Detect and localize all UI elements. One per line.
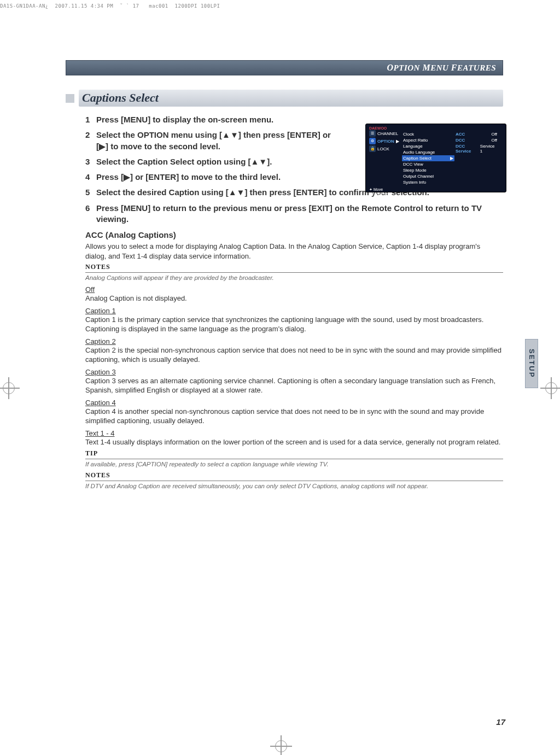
off-body: Analog Caption is not displayed. bbox=[85, 294, 503, 303]
c1-body: Caption 1 is the primary caption service… bbox=[85, 315, 503, 334]
osd-screenshot: DAEWOO ☰CHANNEL ⚙OPTION▶ 🔒LOCK Clock Asp… bbox=[365, 124, 506, 192]
step-6: 6Press [MENU] to return to the previous … bbox=[85, 203, 503, 225]
note1: Analog Captions will appear if they are … bbox=[85, 274, 503, 282]
registration-mark-icon bbox=[0, 377, 20, 399]
lock-icon: 🔒 bbox=[369, 145, 376, 152]
page-header: OPTION MENU FEATURES bbox=[66, 60, 503, 75]
text-head: Text 1 - 4 bbox=[85, 429, 503, 437]
divider bbox=[85, 459, 503, 459]
notes-label-2: NOTES bbox=[85, 471, 503, 479]
option-icon: ⚙ bbox=[369, 138, 376, 144]
divider bbox=[85, 481, 503, 481]
off-head: Off bbox=[85, 285, 503, 294]
filmstrip-meta: DA1S-GN1DAA-AN¿ 2007.11.15 4:34 PM ˘ ` 1… bbox=[0, 3, 492, 9]
registration-mark-icon bbox=[540, 377, 560, 399]
channel-icon: ☰ bbox=[369, 130, 376, 137]
tip-label: TIP bbox=[85, 449, 503, 458]
move-icon: ✦ bbox=[369, 188, 374, 191]
registration-mark-icon bbox=[270, 735, 292, 755]
notes-label: NOTES bbox=[85, 263, 503, 271]
c4-body: Caption 4 is another special non-synchro… bbox=[85, 407, 503, 426]
tip-text: If available, press [CAPTION] repeatedly… bbox=[85, 460, 503, 469]
c2-body: Caption 2 is the special non-synchronous… bbox=[85, 346, 503, 365]
section-title: Captions Select bbox=[79, 90, 503, 107]
sidebar-tab-setup: SETUP bbox=[525, 339, 538, 388]
text-body: Text 1-4 usually displays information on… bbox=[85, 437, 503, 447]
c1-head: Caption 1 bbox=[85, 307, 503, 315]
c4-head: Caption 4 bbox=[85, 399, 503, 407]
c3-body: Caption 3 serves as an alternate caption… bbox=[85, 376, 503, 395]
title-bullet-icon bbox=[66, 94, 74, 103]
menu-icon: MENU bbox=[369, 192, 382, 196]
acc-heading: ACC (Analog Captions) bbox=[85, 230, 503, 239]
page-number: 17 bbox=[496, 717, 505, 727]
acc-body: Allows you to select a mode for displayi… bbox=[85, 242, 503, 261]
c3-head: Caption 3 bbox=[85, 368, 503, 376]
divider bbox=[85, 272, 503, 273]
c2-head: Caption 2 bbox=[85, 337, 503, 346]
note2: If DTV and Analog Caption are received s… bbox=[85, 482, 503, 490]
